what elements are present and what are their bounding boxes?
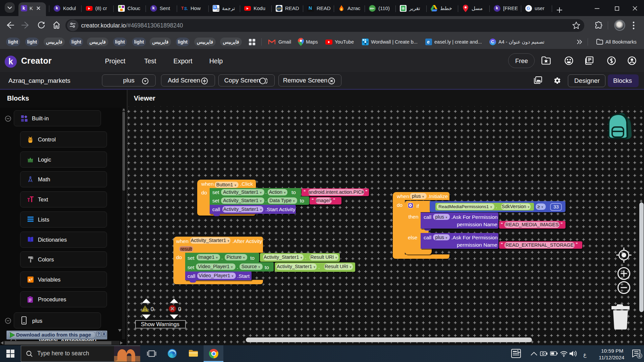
svg-text:x: x xyxy=(29,278,31,282)
svg-text:y: y xyxy=(31,277,33,280)
